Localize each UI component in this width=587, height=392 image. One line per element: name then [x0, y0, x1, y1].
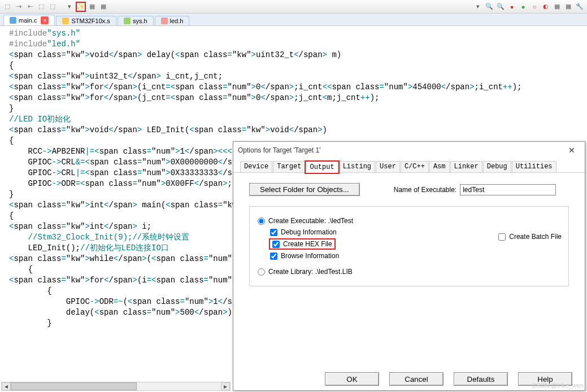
red-dot-icon[interactable]: ●: [507, 2, 517, 12]
scroll-left-icon[interactable]: ◂: [2, 382, 11, 390]
browse-info-checkbox[interactable]: [270, 252, 277, 260]
tab-label: main.c: [19, 17, 37, 24]
debug-info-label: Debug Information: [281, 228, 337, 236]
ok-button[interactable]: OK: [325, 372, 379, 386]
help-button[interactable]: Help: [518, 372, 572, 386]
file-icon: [10, 17, 16, 24]
toolbar-btn[interactable]: ▦: [563, 2, 573, 12]
select-folder-button[interactable]: Select Folder for Objects...: [249, 183, 360, 196]
debug-info-checkbox[interactable]: [270, 229, 277, 236]
dialog-tab-cc[interactable]: C/C++: [401, 161, 429, 172]
tab-label: STM32F10x.s: [71, 18, 110, 24]
horizontal-scrollbar[interactable]: ◂ ▸: [1, 382, 231, 391]
defaults-button[interactable]: Defaults: [454, 372, 508, 386]
name-of-executable-input[interactable]: [460, 184, 556, 195]
create-library-label: Create Library: .\ledTest.LIB: [268, 268, 353, 276]
close-icon[interactable]: ×: [41, 16, 49, 24]
wrench-icon[interactable]: 🔧: [575, 2, 585, 12]
find-icon[interactable]: 🔍: [495, 2, 506, 12]
tab-led-h[interactable]: led.h: [155, 16, 190, 25]
main-toolbar: ⬚ ⇢ ⇠ ⬚ ⬚ ▾ ✨ ▦ ▦ ▾ 🔍 🔍 ● ● ○ ◐ ▦ ▦ 🔧: [0, 0, 587, 14]
dialog-tab-debug[interactable]: Debug: [483, 161, 511, 172]
dialog-buttons: OK Cancel Defaults Help: [233, 368, 585, 390]
tab-main-c[interactable]: main.c ×: [3, 15, 55, 25]
name-of-executable-label: Name of Executable:: [394, 186, 456, 194]
file-icon: [124, 18, 131, 24]
find-icon[interactable]: 🔍: [484, 2, 494, 12]
toolbar-btn[interactable]: ⬚: [2, 2, 12, 12]
tab-label: led.h: [170, 18, 184, 24]
dialog-body: Select Folder for Objects... Name of Exe…: [233, 173, 585, 368]
tab-stm32f10x-s[interactable]: STM32F10x.s: [56, 16, 116, 25]
scroll-right-icon[interactable]: ▸: [221, 382, 230, 390]
options-dialog: Options for Target 'Target 1' ✕ DeviceTa…: [233, 141, 585, 391]
dialog-tab-listing[interactable]: Listing: [339, 161, 375, 172]
create-hex-checkbox[interactable]: [272, 241, 280, 248]
dialog-tabs: DeviceTargetOutputListingUserC/C++AsmLin…: [233, 159, 585, 173]
toolbar-btn[interactable]: ▦: [98, 2, 108, 12]
dialog-tab-utilities[interactable]: Utilities: [512, 161, 556, 172]
dropdown-icon[interactable]: ▾: [64, 2, 75, 12]
dialog-titlebar: Options for Target 'Target 1' ✕: [233, 142, 585, 159]
toolbar-btn[interactable]: ○: [529, 2, 540, 12]
browse-info-label: Browse Information: [281, 252, 339, 260]
dialog-tab-asm[interactable]: Asm: [429, 161, 450, 172]
scroll-thumb[interactable]: [11, 382, 137, 390]
file-icon: [62, 18, 69, 24]
toolbar-btn[interactable]: ●: [518, 2, 528, 12]
magic-wand-icon[interactable]: ✨: [76, 2, 86, 12]
toolbar-btn[interactable]: ◐: [541, 2, 551, 12]
toolbar-btn[interactable]: ▦: [552, 2, 562, 12]
dialog-tab-output[interactable]: Output: [306, 162, 338, 173]
create-hex-label: Create HEX File: [283, 240, 332, 248]
toolbar-btn[interactable]: ▦: [87, 2, 97, 12]
create-library-radio[interactable]: [258, 268, 265, 276]
tab-sys-h[interactable]: sys.h: [118, 16, 154, 25]
toolbar-btn[interactable]: ▾: [473, 2, 483, 12]
dialog-title: Options for Target 'Target 1': [238, 146, 320, 154]
toolbar-btn[interactable]: ⇠: [25, 2, 35, 12]
create-executable-radio[interactable]: [258, 217, 265, 225]
create-batch-checkbox[interactable]: [498, 233, 506, 241]
toolbar-btn[interactable]: ⬚: [36, 2, 46, 12]
create-executable-label: Create Executable: .\ledTest: [268, 217, 353, 225]
output-group: Create Executable: .\ledTest Debug Infor…: [249, 206, 569, 286]
file-icon: [161, 18, 168, 24]
dialog-tab-user[interactable]: User: [376, 161, 400, 172]
scroll-track[interactable]: [11, 382, 221, 390]
create-batch-label: Create Batch File: [509, 233, 562, 241]
dialog-tab-device[interactable]: Device: [240, 161, 272, 172]
toolbar-btn[interactable]: ⇢: [14, 2, 24, 12]
dialog-tab-target[interactable]: Target: [273, 161, 305, 172]
toolbar-btn[interactable]: ⬚: [47, 2, 58, 12]
close-icon[interactable]: ✕: [563, 146, 580, 155]
tab-label: sys.h: [133, 18, 147, 24]
file-tabs: main.c × STM32F10x.s sys.h led.h: [0, 14, 587, 26]
dialog-tab-linker[interactable]: Linker: [450, 161, 482, 172]
cancel-button[interactable]: Cancel: [389, 372, 443, 386]
